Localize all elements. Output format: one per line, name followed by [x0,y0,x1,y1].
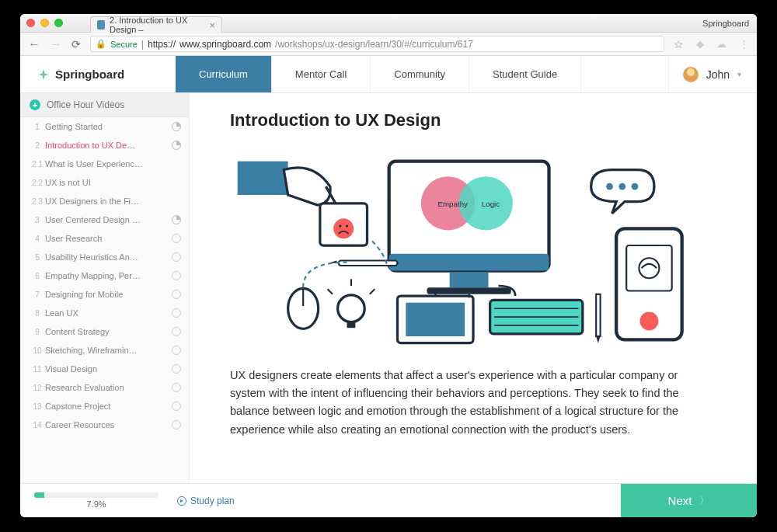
sidebar-item[interactable]: 4User Research [20,229,189,248]
circle-icon [172,327,181,336]
item-label: UX is not UI [45,178,181,187]
extension-icon-2[interactable]: ☁ [716,38,726,50]
svg-point-14 [346,224,348,227]
nav-tab-curriculum[interactable]: Curriculum [176,56,272,92]
footer: 7.9% ▸ Study plan Next 〉 [20,483,757,517]
progress-label: 7.9% [34,499,159,509]
circle-icon [172,308,181,318]
back-button[interactable]: ← [28,37,40,51]
clock-icon [172,122,181,131]
item-label: Capstone Project [45,402,172,411]
forward-button[interactable]: → [50,37,62,51]
study-plan-link[interactable]: ▸ Study plan [177,495,235,506]
reload-button[interactable]: ⟳ [71,38,81,50]
tab-title: 2. Introduction to UX Design – [110,16,204,34]
svg-rect-15 [339,261,398,266]
sidebar-item[interactable]: 2.3UX Designers in the Fi… [20,192,189,210]
lock-icon: 🔒 [96,39,106,49]
content: Introduction to UX Design Empathy Logic [190,93,757,483]
sidebar-item[interactable]: 1Getting Started [20,117,189,136]
item-label: Sketching, Wireframin… [45,346,172,355]
sidebar-item[interactable]: 9Content Strategy [20,322,189,341]
sidebar-item[interactable]: 14Career Resources [20,416,189,434]
sidebar-item[interactable]: 8Lean UX [20,304,189,322]
brand[interactable]: Springboard [20,56,176,92]
user-menu[interactable]: John ▾ [668,56,757,92]
window-minimize-icon[interactable] [40,19,49,27]
svg-point-37 [618,183,625,190]
item-number: 12 [30,384,45,392]
extension-icon[interactable]: ◆ [696,38,704,50]
sidebar-item[interactable]: 13Capstone Project [20,397,189,416]
circle-icon [172,234,181,243]
clock-icon [172,141,181,150]
sidebar-header[interactable]: + Office Hour Videos [20,93,189,117]
item-label: Lean UX [45,308,172,318]
sidebar-item[interactable]: 12Research Evaluation [20,378,189,397]
item-label: Content Strategy [45,327,172,336]
sidebar-item[interactable]: 2Introduction to UX De… [20,136,189,155]
circle-icon [172,271,181,280]
item-label: Introduction to UX De… [45,141,172,150]
sidebar-item[interactable]: 2.1What is User Experienc… [20,155,189,173]
browser-menu-icon[interactable]: ⋮ [739,38,749,50]
browser-tab[interactable]: 2. Introduction to UX Design – × [90,16,222,33]
chevron-down-icon: ▾ [737,70,741,78]
next-button[interactable]: Next 〉 [621,484,757,517]
url-bar[interactable]: 🔒 Secure | https://www.springboard.com/w… [90,36,664,52]
sidebar: + Office Hour Videos 1Getting Started2In… [20,93,190,483]
window-zoom-icon[interactable] [54,19,63,27]
avatar-icon [683,67,699,82]
item-label: Getting Started [45,122,172,131]
item-number: 7 [30,290,45,299]
item-number: 14 [30,421,45,429]
item-label: Visual Design [45,364,172,374]
svg-line-22 [328,289,333,294]
sidebar-item[interactable]: 2.2UX is not UI [20,173,189,192]
circle-icon [172,290,181,299]
chevron-right-icon: 〉 [699,494,709,508]
sidebar-item[interactable]: 10Sketching, Wireframin… [20,341,189,360]
page-title: Introduction to UX Design [230,110,716,130]
item-number: 2 [30,141,45,150]
item-number: 10 [30,346,45,355]
secure-label: Secure [110,40,138,49]
sidebar-item[interactable]: 7Designing for Mobile [20,285,189,304]
circle-icon [172,252,181,262]
content-paragraph: UX designers create elements that affect… [230,367,716,439]
item-label: Career Resources [45,420,172,429]
play-circle-icon: ▸ [177,496,186,506]
brand-label: Springboard [55,68,124,81]
sidebar-item[interactable]: 11Visual Design [20,360,189,378]
item-label: User Research [45,234,172,243]
circle-icon [172,420,181,429]
nav-tab-mentor-call[interactable]: Mentor Call [272,56,371,92]
item-number: 1 [30,123,45,131]
bookmark-icon[interactable]: ☆ [674,38,684,50]
sidebar-item[interactable]: 6Empathy Mapping, Per… [20,266,189,285]
sidebar-item[interactable]: 3User Centered Design … [20,210,189,229]
sidebar-item[interactable]: 5Usability Heuristics An… [20,248,189,266]
item-label: Empathy Mapping, Per… [45,271,172,280]
svg-text:Empathy: Empathy [438,200,469,208]
window-close-icon[interactable] [26,19,35,27]
item-number: 4 [30,235,45,243]
nav-tab-community[interactable]: Community [371,56,469,92]
brand-logo-icon [37,68,50,81]
item-label: User Centered Design … [45,215,172,224]
item-number: 6 [30,272,45,280]
item-number: 11 [30,365,45,374]
nav-tab-student-guide[interactable]: Student Guide [469,56,581,92]
item-number: 5 [30,253,45,262]
item-number: 3 [30,216,45,224]
svg-point-0 [43,73,45,75]
app-name: Springboard [702,19,749,28]
item-label: What is User Experienc… [45,159,181,169]
study-plan-label: Study plan [190,495,235,506]
tab-close-icon[interactable]: × [209,19,215,31]
svg-point-38 [632,183,639,190]
svg-marker-31 [596,336,600,343]
svg-rect-25 [406,303,465,336]
user-name: John [706,68,730,81]
url-path: /workshops/ux-design/learn/30/#/curricul… [275,39,473,50]
